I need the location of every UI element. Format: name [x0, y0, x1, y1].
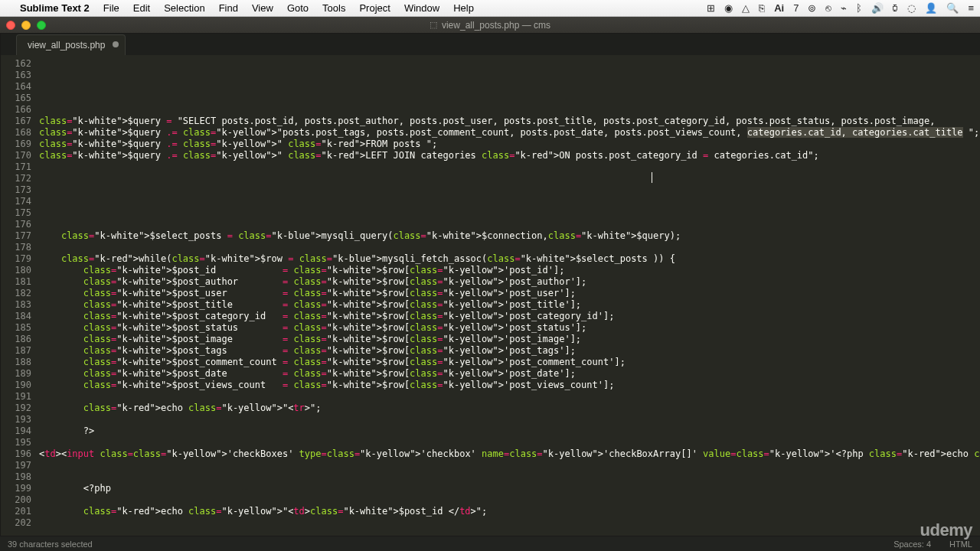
wifi-icon[interactable]: ⧮: [893, 2, 898, 14]
bluetooth-icon[interactable]: ᛒ: [856, 2, 862, 14]
syntax-status[interactable]: HTML: [949, 540, 972, 549]
menu-view[interactable]: View: [252, 2, 273, 14]
menu-help[interactable]: Help: [453, 2, 474, 14]
file-icon: ⬚: [430, 20, 437, 30]
status-icon[interactable]: ⎋: [825, 2, 831, 14]
spotlight-icon[interactable]: 🔍: [946, 2, 959, 14]
tab-dirty-indicator[interactable]: [113, 41, 119, 47]
menu-tools[interactable]: Tools: [322, 2, 345, 14]
gdrive-icon[interactable]: △: [742, 2, 750, 14]
status-icon[interactable]: ⊚: [808, 2, 816, 14]
menu-project[interactable]: Project: [359, 2, 390, 14]
menu-selection[interactable]: Selection: [164, 2, 204, 14]
status-icon[interactable]: ⊞: [707, 2, 715, 14]
status-icon[interactable]: ◌: [907, 2, 916, 14]
indentation-status[interactable]: Spaces: 4: [893, 540, 931, 549]
macos-menubar: Sublime Text 2 File Edit Selection Find …: [0, 0, 980, 17]
menu-file[interactable]: File: [103, 2, 119, 14]
menu-find[interactable]: Find: [219, 2, 238, 14]
window-title: ⬚ view_all_posts.php — cms: [430, 20, 550, 31]
status-icon[interactable]: ◉: [724, 2, 733, 14]
tab-view-all-posts[interactable]: view_all_posts.php: [16, 34, 126, 55]
status-icon[interactable]: ⎘: [759, 2, 765, 14]
code-editor[interactable]: class="k-white">$query = "SELECT posts.p…: [39, 55, 980, 536]
window-titlebar: ⬚ view_all_posts.php — cms: [0, 17, 980, 34]
udemy-watermark: udemy: [920, 520, 972, 540]
tab-label: view_all_posts.php: [28, 40, 105, 51]
tab-bar: view_all_posts.php: [1, 34, 980, 55]
line-number-gutter[interactable]: 1621631641651661671681691701711721731741…: [1, 55, 39, 536]
app-menu[interactable]: Sublime Text 2: [20, 2, 90, 14]
selection-status: 39 characters selected: [8, 540, 93, 549]
user-icon[interactable]: 👤: [925, 2, 937, 14]
zoom-window-button[interactable]: [37, 21, 46, 30]
menu-goto[interactable]: Goto: [287, 2, 309, 14]
menu-edit[interactable]: Edit: [133, 2, 150, 14]
status-icon[interactable]: ⌁: [841, 2, 847, 14]
volume-icon[interactable]: 🔊: [871, 2, 884, 14]
close-window-button[interactable]: [6, 21, 15, 30]
status-number[interactable]: 7: [793, 2, 799, 14]
text-cursor: [652, 172, 652, 183]
minimize-window-button[interactable]: [21, 21, 31, 30]
status-bar: 39 characters selected Spaces: 4 HTML: [0, 536, 980, 551]
menu-window[interactable]: Window: [404, 2, 439, 14]
menubar-status-area: ⊞ ◉ △ ⎘ Ai 7 ⊚ ⎋ ⌁ ᛒ 🔊 ⧮ ◌ 👤 🔍 ≡: [707, 2, 974, 14]
adobe-icon[interactable]: Ai: [774, 2, 784, 14]
notification-center-icon[interactable]: ≡: [968, 2, 974, 14]
